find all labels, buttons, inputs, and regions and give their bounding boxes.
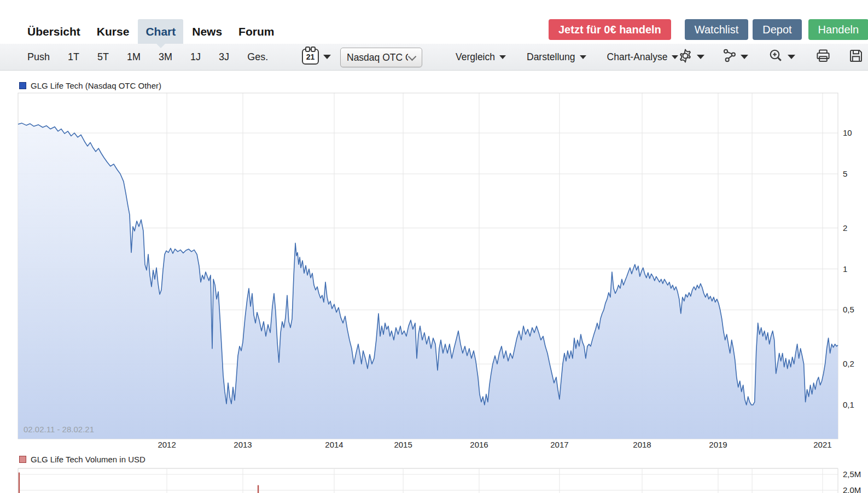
trade-cta-button[interactable]: Jetzt für 0€ handeln	[549, 19, 671, 40]
exchange-select-value: Nasdaq OTC Other	[341, 52, 408, 63]
calendar-day-label: 21	[303, 53, 318, 61]
main-nav: ÜbersichtKurseChartNewsForum Jetzt für 0…	[0, 0, 868, 44]
range-5t[interactable]: 5T	[97, 51, 109, 63]
menu-label: Darstellung	[527, 51, 575, 63]
y-axis-tick: 2	[843, 223, 847, 233]
range-ges[interactable]: Ges.	[247, 51, 268, 63]
share-icon	[722, 48, 737, 66]
gear-button[interactable]	[677, 44, 704, 70]
price-series-swatch	[19, 82, 26, 89]
nav-tab-chart[interactable]: Chart	[138, 19, 183, 44]
depot-button[interactable]: Depot	[753, 19, 801, 40]
print-icon	[815, 48, 831, 66]
calendar-icon: 21	[302, 49, 319, 65]
volume-legend-label: GLG Life Tech Volumen in USD	[31, 455, 145, 464]
menu-vergleich[interactable]: Vergleich	[456, 51, 506, 63]
x-axis-tick: 2021	[805, 440, 840, 449]
menu-chartanalyse[interactable]: Chart-Analyse	[607, 51, 679, 63]
price-legend: GLG Life Tech (Nasdaq OTC Other)	[19, 81, 161, 90]
y-axis-tick: 0,1	[843, 400, 854, 409]
caret-down-icon	[741, 55, 748, 59]
toolbar-menus: VergleichDarstellungChart-Analyse	[456, 44, 678, 70]
range-1j[interactable]: 1J	[190, 51, 201, 63]
range-3m[interactable]: 3M	[159, 51, 172, 63]
caret-down-icon	[697, 55, 704, 59]
x-axis-tick: 2015	[386, 440, 421, 449]
watchlist-button[interactable]: Watchlist	[685, 19, 748, 40]
volume-axis-tick: 2,5M	[843, 469, 861, 479]
range-push[interactable]: Push	[27, 51, 50, 63]
price-legend-label: GLG Life Tech (Nasdaq OTC Other)	[31, 81, 161, 90]
x-axis-tick: 2012	[149, 440, 184, 449]
share-button[interactable]	[722, 44, 748, 70]
range-1t[interactable]: 1T	[68, 51, 79, 63]
volume-bar	[19, 473, 20, 493]
x-axis-tick: 2016	[462, 440, 497, 449]
chart-toolbar: Push1T5T1M3M1J3JGes. 21 Nasdaq OTC Other…	[0, 44, 868, 71]
nav-tab-bersicht[interactable]: Übersicht	[20, 19, 88, 44]
price-area	[18, 123, 838, 439]
range-buttons: Push1T5T1M3M1J3JGes.	[27, 44, 268, 70]
chevron-down-icon	[408, 52, 417, 61]
menu-darstellung[interactable]: Darstellung	[527, 51, 586, 63]
y-axis-tick: 0,2	[843, 359, 854, 368]
gear-icon	[677, 48, 694, 66]
nav-tabs: ÜbersichtKurseChartNewsForum	[20, 19, 282, 44]
chart-page: ÜbersichtKurseChartNewsForum Jetzt für 0…	[0, 0, 868, 493]
volume-axis-tick: 2,0M	[843, 485, 861, 493]
x-axis-tick: 2018	[625, 440, 660, 449]
exchange-select[interactable]: Nasdaq OTC Other	[340, 48, 422, 67]
zoom-in-icon	[768, 48, 784, 66]
x-axis-tick: 2019	[701, 440, 736, 449]
volume-legend: GLG Life Tech Volumen in USD	[19, 455, 145, 464]
caret-down-icon	[580, 55, 586, 59]
active-tab-pointer	[156, 43, 166, 48]
menu-label: Chart-Analyse	[607, 51, 668, 63]
save-icon	[848, 48, 864, 66]
x-axis-tick: 2014	[317, 440, 352, 449]
caret-down-icon	[788, 55, 795, 59]
range-3j[interactable]: 3J	[219, 51, 229, 63]
save-button[interactable]	[848, 44, 864, 70]
y-axis-tick: 1	[843, 264, 847, 274]
volume-series-swatch	[19, 456, 26, 463]
y-axis-tick: 0,5	[843, 305, 854, 314]
menu-label: Vergleich	[456, 51, 495, 63]
nav-tab-forum[interactable]: Forum	[231, 19, 282, 44]
action-buttons: Jetzt für 0€ handeln Watchlist Depot Han…	[549, 19, 868, 40]
calendar-button[interactable]: 21	[302, 49, 331, 65]
volume-bar	[258, 485, 259, 493]
zoom-in-button[interactable]	[768, 44, 795, 70]
caret-down-icon	[323, 55, 331, 59]
handeln-button[interactable]: Handeln	[808, 19, 868, 40]
x-axis-tick: 2017	[542, 440, 577, 449]
x-axis-tick: 2013	[225, 440, 260, 449]
y-axis-tick: 10	[843, 128, 852, 137]
range-1m[interactable]: 1M	[127, 51, 141, 63]
nav-tab-kurse[interactable]: Kurse	[89, 19, 137, 44]
nav-tab-news[interactable]: News	[184, 19, 230, 44]
y-axis-tick: 5	[843, 169, 847, 178]
print-button[interactable]	[815, 44, 831, 70]
caret-down-icon	[499, 55, 506, 59]
price-chart-canvas[interactable]	[0, 0, 868, 493]
date-range-label: 02.02.11 - 28.02.21	[24, 425, 94, 434]
